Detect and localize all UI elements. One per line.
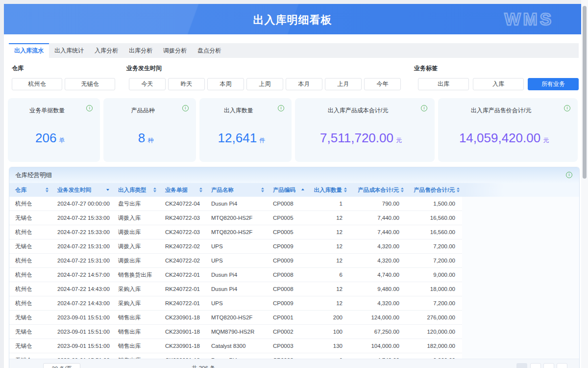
column-header[interactable]: 产品名称 [205, 183, 267, 197]
scrollbar-thumb[interactable] [583, 6, 587, 179]
table-cell: 7,440.00 [349, 215, 406, 221]
table-cell: CK240722-01 [159, 272, 205, 278]
table-row: 杭州仓2024-07-22 14:43:00采购入库RK240722-01UPS… [9, 296, 462, 311]
table-cell: CK240722-03 [159, 229, 205, 235]
pagination-prev-button[interactable] [516, 363, 527, 368]
table-cell: CP0002 [267, 329, 307, 335]
info-icon[interactable]: i [421, 105, 427, 111]
table-cell: 67,250.00 [349, 329, 406, 335]
tab-2[interactable]: 出入库统计 [49, 43, 89, 58]
table-cell: Dusun Pi4 [205, 272, 267, 278]
table-cell: 调拨出库 [112, 257, 159, 264]
table-cell: 销售出库 [112, 314, 159, 321]
filter-button[interactable]: 无锡仓 [65, 78, 115, 90]
stat-card-title: 产品品种 [103, 106, 182, 115]
table-cell: 200 [307, 315, 349, 320]
table-cell: 12 [307, 215, 349, 221]
table-cell: CP0008 [267, 286, 307, 292]
tab-4[interactable]: 出库分析 [123, 43, 158, 58]
pagination-page-button[interactable] [530, 363, 541, 368]
table-row: 无锡仓2024-07-22 15:33:00调拨入库RK240722-03MTQ… [9, 211, 462, 225]
table-cell: RK240722-02 [159, 243, 205, 249]
table-cell: CK240722-02 [159, 258, 205, 263]
sort-icon[interactable] [106, 189, 109, 191]
filter-button[interactable]: 上周 [246, 78, 283, 90]
table-body: 杭州仓2024-07-27 00:00:00盘亏出库CK240722-04Dus… [9, 197, 579, 368]
scrollbar-track[interactable] [581, 0, 588, 368]
table-cell: UPS [205, 258, 267, 263]
filter-button[interactable]: 今年 [364, 78, 401, 90]
table-cell: CP0001 [267, 315, 307, 320]
info-icon[interactable]: i [564, 105, 570, 111]
tab-1[interactable]: 出入库流水 [9, 43, 49, 58]
filter-group-warehouse: 仓库杭州仓无锡仓 [12, 64, 118, 90]
filter-button[interactable]: 上月 [325, 78, 362, 90]
stat-card-value: 12,641件 [199, 131, 284, 146]
table-cell: Dusun Pi4 [205, 201, 267, 207]
table-cell: CP0003 [267, 343, 307, 349]
table-cell: 无锡仓 [9, 328, 51, 336]
table-cell: MTQ8200-HS2F [205, 215, 267, 221]
table-cell: 130 [307, 343, 349, 349]
sort-icon[interactable] [46, 187, 49, 192]
stat-card-value: 14,059,420.00元 [438, 131, 570, 146]
stat-card: 出入库数量i12,641件 [199, 98, 292, 162]
table-cell: 12 [307, 286, 349, 292]
filter-button[interactable]: 本月 [286, 78, 322, 90]
pagination-next-button[interactable] [557, 363, 567, 368]
table-cell: 调拨出库 [112, 229, 159, 236]
pagination-page-button[interactable] [543, 363, 554, 368]
info-icon[interactable]: i [86, 105, 93, 111]
tab-3[interactable]: 入库分析 [89, 43, 123, 58]
column-header[interactable]: 出入库数量 [307, 183, 349, 197]
table-row: 杭州仓2024-07-22 14:43:00采购入库RK240722-01Dus… [9, 282, 462, 296]
table-cell: 182,000.00 [406, 343, 462, 349]
info-icon[interactable]: i [278, 105, 284, 111]
table-cell: MTQ8200-HS2F [205, 229, 267, 235]
column-header[interactable]: 出入库类型 [112, 183, 159, 197]
table-title-bar: 仓库经营明细 i [9, 167, 579, 183]
filter-button[interactable]: 所有业务 [528, 78, 579, 90]
sort-icon[interactable] [457, 187, 460, 192]
table-cell: 采购入库 [112, 286, 159, 293]
column-header[interactable]: 仓库 [9, 183, 51, 197]
filter-button[interactable]: 杭州仓 [12, 78, 62, 90]
stat-card: 产品品种i8种 [103, 98, 196, 162]
column-header[interactable]: 产品成本合计/元 [349, 183, 406, 197]
column-header[interactable]: 业务单据 [159, 183, 205, 197]
table-cell: 6 [307, 272, 349, 278]
table-cell: 2024-07-22 15:31:00 [51, 243, 112, 249]
table-cell: 9,480.00 [349, 286, 406, 292]
sort-icon[interactable] [153, 187, 156, 192]
table-cell: 无锡仓 [9, 314, 51, 321]
info-icon[interactable]: i [182, 105, 189, 111]
filter-button[interactable]: 今天 [129, 78, 166, 90]
info-icon[interactable]: i [566, 172, 572, 178]
table-cell: 杭州仓 [9, 200, 51, 208]
filter-button[interactable]: 出库 [418, 78, 469, 90]
table-cell: CK230901-18 [159, 315, 205, 320]
column-header[interactable]: 产品售价合计/元 [406, 183, 462, 197]
table-row: 无锡仓2024-07-22 15:31:00调拨入库RK240722-02UPS… [9, 239, 462, 254]
sort-icon[interactable] [401, 187, 404, 192]
sort-icon[interactable] [344, 187, 347, 192]
table-cell: CP0009 [267, 243, 307, 249]
table-cell: MQM8790-HS2R [205, 329, 267, 335]
column-header[interactable]: 产品编码 [267, 183, 307, 197]
table-cell: 1 [307, 201, 349, 207]
sort-icon[interactable] [261, 187, 264, 192]
table-cell: CP0005 [267, 215, 307, 221]
filter-button[interactable]: 本周 [207, 78, 244, 90]
tab-6[interactable]: 盘点分析 [192, 43, 226, 58]
filter-button[interactable]: 入库 [473, 78, 524, 90]
sort-icon[interactable] [301, 188, 304, 191]
table-cell: CK230901-18 [159, 343, 205, 349]
page-size-select[interactable]: 20 条/页 [43, 363, 80, 368]
filter-button[interactable]: 昨天 [168, 78, 205, 90]
table-cell: Catalyst 8300 [205, 343, 267, 349]
column-header[interactable]: 业务发生时间 [51, 183, 112, 197]
table-cell: 104,000.00 [349, 343, 406, 349]
tab-5[interactable]: 调拨分析 [158, 43, 192, 58]
sort-icon[interactable] [199, 187, 202, 192]
stat-card-value: 7,511,720.00元 [295, 131, 427, 146]
